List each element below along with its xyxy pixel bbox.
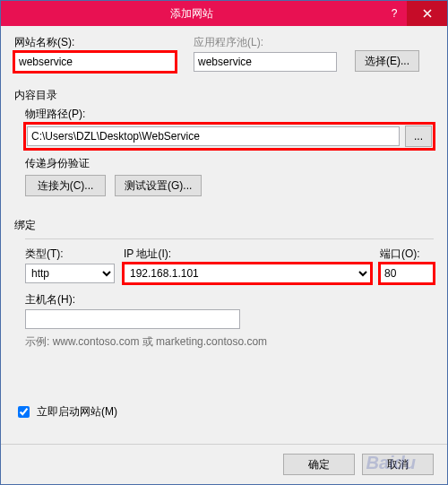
binding-group: 类型(T): http IP 地址(I): 192.168.1.101 端口(O…	[25, 238, 434, 350]
dialog-window: 添加网站 ? 网站名称(S): 应用程序池(L): 选择(E)... 内容目录 …	[0, 0, 448, 485]
hostname-example: 示例: www.contoso.com 或 marketing.contoso.…	[25, 334, 434, 350]
help-button[interactable]: ?	[382, 1, 407, 26]
hostname-label: 主机名(H):	[25, 292, 434, 307]
type-label: 类型(T):	[25, 247, 115, 262]
connect-as-button[interactable]: 连接为(C)...	[25, 175, 106, 196]
window-title: 添加网站	[1, 6, 382, 22]
dialog-footer: 确定 取消 Baidu	[1, 444, 447, 484]
binding-title: 绑定	[14, 218, 434, 233]
physical-path-label: 物理路径(P):	[25, 107, 434, 122]
close-icon	[423, 9, 432, 18]
start-now-row: 立即启动网站(M)	[14, 403, 434, 420]
select-app-pool-button[interactable]: 选择(E)...	[355, 50, 419, 72]
cancel-button[interactable]: 取消	[362, 454, 434, 475]
test-settings-button[interactable]: 测试设置(G)...	[115, 175, 202, 196]
port-label: 端口(O):	[380, 247, 434, 262]
site-name-input[interactable]	[14, 52, 176, 72]
site-name-label: 网站名称(S):	[14, 35, 176, 50]
titlebar: 添加网站 ?	[1, 1, 447, 26]
start-now-label: 立即启动网站(M)	[37, 404, 117, 420]
type-select[interactable]: http	[25, 264, 115, 283]
app-pool-label: 应用程序池(L):	[194, 35, 337, 50]
ip-select[interactable]: 192.168.1.101	[124, 264, 371, 283]
close-button[interactable]	[407, 1, 447, 26]
content-dir-title: 内容目录	[14, 88, 434, 103]
browse-button[interactable]: ...	[405, 126, 432, 147]
start-now-checkbox[interactable]	[18, 406, 30, 418]
passthrough-auth-label: 传递身份验证	[25, 156, 434, 171]
hostname-input[interactable]	[25, 309, 240, 329]
physical-path-input[interactable]	[27, 126, 400, 146]
ok-button[interactable]: 确定	[283, 454, 355, 475]
titlebar-buttons: ?	[382, 1, 447, 26]
app-pool-input	[194, 52, 337, 72]
ip-label: IP 地址(I):	[124, 247, 371, 262]
port-input[interactable]	[380, 264, 434, 283]
dialog-content: 网站名称(S): 应用程序池(L): 选择(E)... 内容目录 物理路径(P)…	[1, 26, 447, 444]
